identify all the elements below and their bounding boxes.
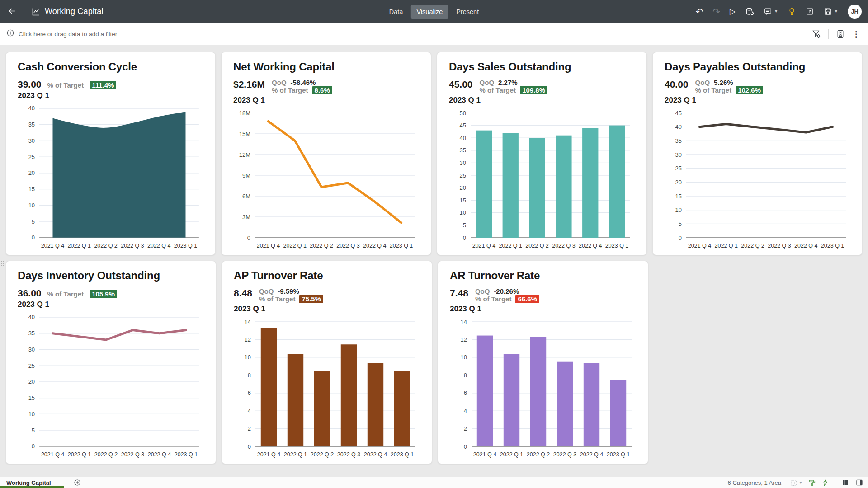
card-title: Days Inventory Outstanding <box>18 269 204 282</box>
preview-play-icon[interactable]: ▷ <box>730 8 736 15</box>
svg-text:6: 6 <box>464 389 467 396</box>
svg-text:2: 2 <box>248 425 251 432</box>
card-title: AP Turnover Rate <box>234 269 420 282</box>
svg-text:15: 15 <box>460 197 466 204</box>
svg-text:2022 Q 2: 2022 Q 2 <box>94 451 118 458</box>
tab-data[interactable]: Data <box>383 5 409 19</box>
svg-text:5: 5 <box>32 218 35 225</box>
tab-present[interactable]: Present <box>450 5 485 19</box>
svg-text:2022 Q 1: 2022 Q 1 <box>499 243 522 249</box>
refresh-data-icon[interactable] <box>745 7 754 16</box>
svg-text:10: 10 <box>28 411 35 418</box>
target-badge: 8.6% <box>312 86 332 94</box>
line-chart-net-working-capital: 03M6M9M12M15M18M2021 Q 42022 Q 12022 Q 2… <box>233 108 419 251</box>
svg-text:6: 6 <box>248 389 251 396</box>
kpi-period: 2023 Q 1 <box>665 96 850 105</box>
auto-apply-lightning-icon[interactable] <box>822 479 829 486</box>
svg-text:2021 Q 4: 2021 Q 4 <box>472 243 495 249</box>
canvas-status-area: 6 Categories, 1 Area ▼ <box>728 479 868 487</box>
redo-icon[interactable]: ↷ <box>712 7 720 16</box>
more-options-kebab-icon[interactable]: ⋮ <box>852 29 860 39</box>
left-panel-toggle-icon[interactable] <box>841 479 849 487</box>
canvas-drag-handle[interactable] <box>1 261 5 266</box>
svg-text:25: 25 <box>28 154 35 160</box>
add-filter-target[interactable]: Click here or drag data to add a filter <box>6 29 117 39</box>
canvas-tab-working-capital[interactable]: Working Capital <box>0 477 64 488</box>
grid-layout-icon[interactable]: ▼ <box>790 479 802 487</box>
filter-settings-icon[interactable] <box>812 29 821 38</box>
card-title: Net Working Capital <box>233 61 419 73</box>
card-title: Cash Conversion Cycle <box>18 61 203 73</box>
svg-text:2022 Q 4: 2022 Q 4 <box>148 451 171 458</box>
kpi-card-net-working-capital[interactable]: Net Working Capital $2.16M QoQ-58.46% % … <box>221 52 431 255</box>
tab-visualize[interactable]: Visualize <box>410 5 448 19</box>
export-window-icon[interactable] <box>806 7 814 16</box>
svg-text:12: 12 <box>245 336 251 343</box>
svg-text:4: 4 <box>464 408 467 414</box>
insights-lightbulb-icon[interactable] <box>788 7 796 16</box>
user-avatar[interactable]: JH <box>848 5 862 19</box>
undo-icon[interactable]: ↶ <box>696 7 703 16</box>
kpi-card-ar-turnover-rate[interactable]: AR Turnover Rate 7.48 QoQ-20.26% % of Ta… <box>438 261 648 464</box>
qoq-label: QoQ <box>272 79 287 86</box>
svg-text:40: 40 <box>460 135 466 141</box>
svg-text:2022 Q 1: 2022 Q 1 <box>500 451 523 458</box>
kpi-period: 2023 Q 1 <box>18 300 204 309</box>
svg-text:2022 Q 3: 2022 Q 3 <box>337 451 360 458</box>
svg-text:45: 45 <box>675 110 682 117</box>
svg-text:30: 30 <box>460 160 466 166</box>
svg-text:2021 Q 4: 2021 Q 4 <box>688 243 711 249</box>
svg-text:2021 Q 4: 2021 Q 4 <box>41 451 64 458</box>
kpi-value: 45.00 <box>449 79 473 90</box>
back-button[interactable] <box>0 0 24 23</box>
kpi-card-cash-conversion-cycle[interactable]: Cash Conversion Cycle 39.00 % of Target … <box>5 52 216 255</box>
comments-icon[interactable]: ▼ <box>764 7 778 16</box>
svg-text:0: 0 <box>32 443 35 450</box>
target-label: % of Target <box>259 295 296 303</box>
svg-text:20: 20 <box>460 184 466 191</box>
svg-text:2: 2 <box>464 425 467 432</box>
qoq-value: -58.46% <box>291 79 316 86</box>
kpi-card-days-payables-outstanding[interactable]: Days Payables Outstanding 40.00 QoQ5.26%… <box>652 52 863 255</box>
save-icon[interactable]: ▼ <box>824 7 838 16</box>
kpi-card-days-sales-outstanding[interactable]: Days Sales Outstanding 45.00 QoQ2.27% % … <box>437 52 647 255</box>
svg-text:2023 Q 1: 2023 Q 1 <box>391 451 414 458</box>
card-title: Days Payables Outstanding <box>665 61 850 73</box>
svg-text:2022 Q 4: 2022 Q 4 <box>794 243 817 249</box>
svg-text:20: 20 <box>675 179 682 186</box>
kpi-card-ap-turnover-rate[interactable]: AP Turnover Rate 8.48 QoQ-9.59% % of Tar… <box>222 261 432 464</box>
qoq-label: QoQ <box>480 79 495 86</box>
svg-text:2023 Q 1: 2023 Q 1 <box>607 451 630 458</box>
svg-text:2022 Q 3: 2022 Q 3 <box>552 243 575 249</box>
svg-text:25: 25 <box>675 165 682 172</box>
workbook-chart-icon <box>31 7 40 16</box>
svg-text:50: 50 <box>460 110 466 117</box>
svg-text:0: 0 <box>247 235 250 241</box>
card-row-1: Cash Conversion Cycle 39.00 % of Target … <box>5 52 863 255</box>
footer-divider <box>835 479 835 486</box>
svg-text:2022 Q 2: 2022 Q 2 <box>311 451 334 458</box>
svg-text:14: 14 <box>461 319 467 325</box>
svg-text:20: 20 <box>28 170 35 177</box>
svg-text:2022 Q 3: 2022 Q 3 <box>121 243 144 249</box>
svg-text:0: 0 <box>679 235 682 241</box>
right-panel-toggle-icon[interactable] <box>855 479 863 487</box>
svg-text:2022 Q 1: 2022 Q 1 <box>68 451 91 458</box>
svg-text:10: 10 <box>460 209 466 216</box>
kpi-period: 2023 Q 1 <box>233 96 419 105</box>
svg-text:45: 45 <box>460 122 466 129</box>
page-title: Working Capital <box>45 7 104 16</box>
kpi-card-days-inventory-outstanding[interactable]: Days Inventory Outstanding 36.00 % of Ta… <box>5 261 216 464</box>
svg-text:2022 Q 3: 2022 Q 3 <box>553 451 576 458</box>
svg-text:35: 35 <box>675 137 682 144</box>
svg-text:2021 Q 4: 2021 Q 4 <box>257 451 280 458</box>
add-canvas-button[interactable] <box>74 479 81 486</box>
canvas-properties-icon[interactable] <box>836 29 845 38</box>
paint-roller-icon[interactable] <box>808 479 816 487</box>
target-label: % of Target <box>480 86 516 94</box>
svg-text:5: 5 <box>463 222 466 229</box>
dashboard-canvas: Cash Conversion Cycle 39.00 % of Target … <box>0 45 868 477</box>
target-badge: 109.8% <box>520 86 547 94</box>
svg-text:12: 12 <box>461 336 467 343</box>
qoq-label: QoQ <box>259 287 274 295</box>
